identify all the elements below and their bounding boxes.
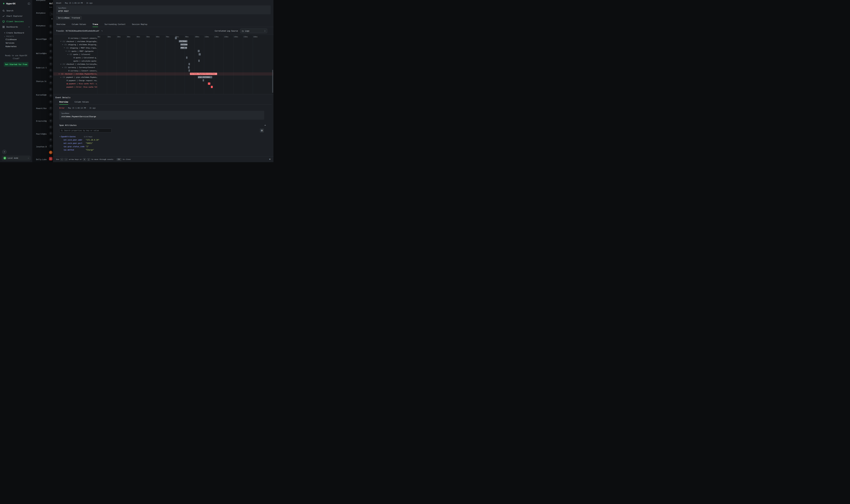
event-pin-icon[interactable]: [49, 100, 53, 104]
event-pin-icon[interactable]: [49, 119, 53, 123]
attributes-root-row[interactable]: ▾ SpanAttributes {} 6 keys: [60, 136, 267, 138]
attribute-key[interactable]: net.sock.peer.port: [64, 142, 86, 144]
trace-span-row[interactable]: (2)quote | {closure}: [53, 53, 268, 56]
event-pin-icon[interactable]: [49, 81, 53, 85]
chevron-down-icon[interactable]: [66, 50, 67, 52]
span-duration-bar[interactable]: [198, 60, 200, 62]
tab-overview[interactable]: Overview: [56, 22, 66, 27]
attribute-search-input[interactable]: [64, 129, 110, 132]
span-duration-bar[interactable]: [198, 50, 200, 52]
span-duration-bar[interactable]: [175, 37, 177, 39]
event-pin-icon[interactable]: [49, 138, 53, 142]
event-pin-icon[interactable]: [49, 107, 53, 110]
tab-overview[interactable]: Overview: [59, 101, 68, 105]
trace-span-row[interactable]: ▤currency | Convert convers…: [53, 69, 268, 72]
event-pin-icon[interactable]: [49, 125, 53, 129]
event-pin-icon[interactable]: [49, 69, 53, 72]
span-duration-bar[interactable]: POST ht: [180, 47, 187, 49]
event-pin-icon[interactable]: [49, 24, 53, 28]
span-duration-bar[interactable]: [188, 63, 190, 65]
sidebar-item-dashboards[interactable]: Dashboards: [0, 24, 32, 30]
event-pin-icon[interactable]: [49, 144, 53, 148]
sidebar-item-chart-explorer[interactable]: Chart Explorer: [0, 14, 32, 19]
span-duration-bar[interactable]: [188, 66, 189, 69]
trace-span-row[interactable]: (3)payment | grpc.oteldemo.Paymen…grpc.o…: [53, 75, 268, 79]
span-duration-bar[interactable]: [188, 69, 190, 72]
chevron-down-icon[interactable]: [67, 54, 69, 55]
attribute-key[interactable]: rpc.grpc.status_code: [64, 146, 86, 147]
event-pin-icon[interactable]: [49, 56, 53, 59]
trace-span-row[interactable]: (1)shipping | POST http://quo…POST ht: [53, 46, 268, 50]
attribute-row[interactable]: net.sock.peer.port"50051": [60, 142, 267, 144]
span-duration-bar[interactable]: [211, 86, 213, 88]
tab-trace[interactable]: Trace: [93, 22, 98, 27]
tab-column-values[interactable]: Column Values: [75, 101, 89, 105]
span-duration-bar[interactable]: oteldemo: [180, 43, 188, 46]
trace-span-row[interactable]: (1)checkout | oteldemo.PaymentServi…otel…: [53, 72, 268, 76]
session-search-input[interactable]: Sea: [50, 12, 53, 16]
tab-column-values[interactable]: Column Values: [72, 22, 86, 27]
trace-span-row[interactable]: ▤currency | Convert convers…: [53, 36, 268, 40]
sidebar-item-client-sessions[interactable]: Client Sessions: [0, 19, 32, 24]
span-duration-bar[interactable]: oteldemo.PaymentService/Char: [190, 73, 217, 75]
attribute-key[interactable]: net.sock.peer.addr: [64, 139, 86, 141]
chevron-down-icon[interactable]: [60, 64, 61, 65]
attribute-value[interactable]: "Charge": [86, 149, 94, 151]
trace-span-row[interactable]: ▤quote | Calculated q…: [53, 56, 268, 59]
create-dashboard-button[interactable]: + Create Dashboard: [4, 31, 31, 35]
span-duration-bar[interactable]: grpc.oteldemo.: [198, 76, 212, 78]
session-list-item[interactable]: Roderick_S: [36, 67, 53, 69]
local-mode-bar[interactable]: U Local mode ›: [2, 156, 31, 161]
chevron-down-icon[interactable]: [64, 47, 65, 49]
get-started-button[interactable]: Get Started for Free: [4, 62, 29, 67]
event-pin-icon[interactable]: [49, 50, 53, 53]
service-name-tag[interactable]: ServiceName: frontend: [56, 16, 82, 20]
chevron-down-icon[interactable]: [60, 41, 61, 42]
chevron-down-icon[interactable]: [60, 76, 61, 78]
trace-span-row[interactable]: (1)checkout | oteldemo.ShippingSe…otelde…: [53, 40, 268, 43]
help-button[interactable]: ?: [2, 150, 7, 154]
span-duration-bar[interactable]: [186, 56, 187, 59]
trace-span-row[interactable]: (1)shipping | oteldemo.Shipping…oteldemo: [53, 43, 268, 46]
trace-span-row[interactable]: quote | calculate-quote: [53, 59, 268, 62]
event-pin-icon[interactable]: [49, 43, 53, 47]
chevron-down-icon[interactable]: [58, 73, 60, 75]
trace-span-row[interactable]: payment | Error: Visa cache ful…: [53, 85, 268, 89]
span-duration-bar[interactable]: [208, 83, 210, 85]
event-pin-icon[interactable]: [49, 88, 53, 91]
attribute-value[interactable]: "172.28.0.10": [86, 139, 99, 141]
attribute-row[interactable]: rpc.method"Charge": [60, 149, 267, 151]
event-highlight-icon[interactable]: [49, 151, 53, 154]
presets-toggle[interactable]: ▾ PRESETS: [4, 35, 31, 38]
close-icon[interactable]: ×: [269, 158, 271, 161]
attribute-row[interactable]: rpc.grpc.status_code"2": [60, 146, 267, 147]
log-source-select[interactable]: Logs: [240, 29, 267, 33]
event-pin-icon[interactable]: [49, 75, 53, 78]
chevron-down-icon[interactable]: [62, 44, 63, 46]
event-pin-icon[interactable]: [49, 31, 53, 34]
session-list-item[interactable]: Anonymous: [36, 0, 53, 1]
trace-span-row[interactable]: (1)quote | POST /getquote: [53, 50, 268, 53]
chevron-down-icon[interactable]: [62, 67, 63, 68]
settings-gear-button[interactable]: ⚙: [260, 128, 264, 132]
trace-span-row[interactable]: ▤payment | Visa cache full: c…: [53, 82, 268, 86]
attribute-value[interactable]: "50051": [86, 142, 93, 144]
event-pin-icon[interactable]: [49, 62, 53, 66]
scrollbar[interactable]: [272, 70, 273, 93]
chevron-up-icon[interactable]: [28, 26, 30, 28]
event-pin-icon[interactable]: [49, 113, 53, 116]
sidebar-item-services[interactable]: Services: [4, 41, 31, 44]
attribute-value[interactable]: "2": [86, 146, 89, 147]
tab-surrounding-context[interactable]: Surrounding Context: [105, 22, 125, 27]
span-duration-bar[interactable]: [199, 53, 201, 55]
trace-span-row[interactable]: (1)currency | Currency/Convert: [53, 66, 268, 69]
event-pin-icon[interactable]: [49, 94, 53, 97]
collapse-sidebar-icon[interactable]: [28, 2, 30, 5]
trace-span-row[interactable]: ▤payment | Charge request rec…: [53, 79, 268, 82]
span-duration-bar[interactable]: [203, 79, 204, 82]
span-duration-bar[interactable]: oteldemo.: [179, 40, 187, 42]
sidebar-item-clickhouse[interactable]: Clickhouse: [4, 38, 31, 41]
sidebar-item-search[interactable]: Search: [0, 8, 32, 14]
event-error-icon[interactable]: [49, 157, 53, 160]
attribute-row[interactable]: net.sock.peer.addr"172.28.0.10": [60, 139, 267, 141]
